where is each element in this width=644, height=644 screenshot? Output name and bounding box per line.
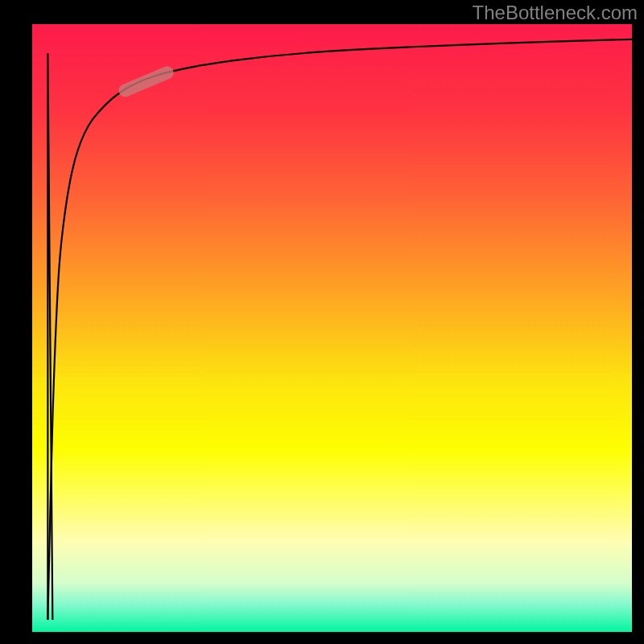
chart-svg: [0, 0, 644, 644]
chart-container: TheBottleneck.com: [0, 0, 644, 644]
source-attribution: TheBottleneck.com: [473, 2, 638, 24]
plot-background: [32, 24, 632, 632]
